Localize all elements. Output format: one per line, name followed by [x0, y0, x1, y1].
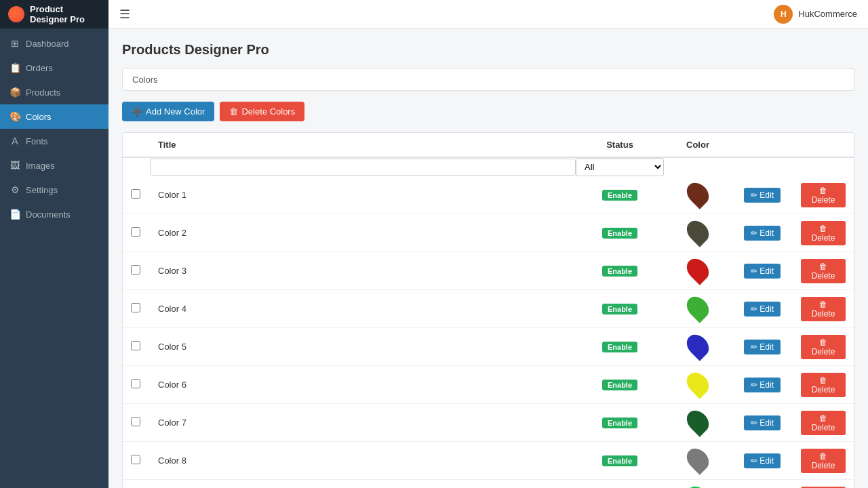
sidebar-item-settings[interactable]: ⚙Settings: [0, 178, 108, 202]
col-header-color: Color: [664, 133, 732, 157]
row-edit-cell: ✏ Edit: [732, 252, 793, 290]
colors-table: Title Status Color: [123, 133, 854, 488]
delete-button[interactable]: 🗑 Delete: [801, 449, 846, 473]
row-check-cell: [123, 404, 150, 442]
row-title: Color 1: [150, 176, 576, 214]
row-title: Color 5: [150, 328, 576, 366]
table-row: Color 7 Enable ✏ Edit 🗑 Delete: [123, 404, 854, 442]
sidebar-label-documents: Documents: [26, 209, 71, 220]
add-color-button[interactable]: ➕ Add New Color: [122, 102, 214, 121]
app-title: Product Designer Pro: [30, 4, 100, 24]
row-checkbox[interactable]: [131, 303, 140, 312]
edit-button[interactable]: ✏ Edit: [744, 264, 781, 279]
sidebar-item-products[interactable]: 📦Products: [0, 80, 108, 104]
row-check-cell: [123, 328, 150, 366]
sidebar-item-fonts[interactable]: AFonts: [0, 129, 108, 153]
delete-button[interactable]: 🗑 Delete: [801, 297, 846, 321]
edit-button[interactable]: ✏ Edit: [744, 340, 781, 354]
sidebar: Product Designer Pro ⊞Dashboard📋Orders📦P…: [0, 0, 108, 488]
table-body: Color 1 Enable ✏ Edit 🗑 Delete Color 2 E…: [123, 176, 854, 488]
row-status: Enable: [576, 252, 664, 290]
page-title: Products Designer Pro: [122, 42, 854, 58]
row-color-cell: [664, 366, 732, 404]
sidebar-nav: ⊞Dashboard📋Orders📦Products🎨ColorsAFonts🖼…: [0, 28, 108, 488]
documents-icon: 📄: [9, 209, 20, 220]
delete-label: Delete Colors: [241, 106, 295, 117]
edit-button[interactable]: ✏ Edit: [744, 378, 781, 392]
filter-row: All Enable Disable: [123, 157, 854, 176]
sidebar-header: Product Designer Pro: [0, 0, 108, 28]
row-checkbox[interactable]: [131, 455, 140, 464]
sidebar-item-colors[interactable]: 🎨Colors: [0, 104, 108, 129]
colors-icon: 🎨: [9, 111, 20, 122]
row-edit-cell: ✏ Edit: [732, 480, 793, 489]
row-color-cell: [664, 290, 732, 328]
app-logo: [8, 6, 24, 22]
row-status: Enable: [576, 328, 664, 366]
color-swatch: [682, 178, 713, 209]
status-filter-select[interactable]: All Enable Disable: [576, 158, 664, 176]
row-delete-cell: 🗑 Delete: [793, 176, 854, 214]
plus-icon: ➕: [132, 106, 142, 117]
row-title: Color 3: [150, 252, 576, 290]
delete-button[interactable]: 🗑 Delete: [801, 335, 846, 359]
status-badge: Enable: [602, 190, 637, 201]
table-row: Color 4 Enable ✏ Edit 🗑 Delete: [123, 290, 854, 328]
row-color-cell: [664, 480, 732, 489]
hamburger-icon[interactable]: ☰: [119, 7, 130, 22]
row-color-cell: [664, 328, 732, 366]
sidebar-item-images[interactable]: 🖼Images: [0, 153, 108, 178]
delete-button[interactable]: 🗑 Delete: [801, 373, 846, 397]
row-check-cell: [123, 252, 150, 290]
row-edit-cell: ✏ Edit: [732, 366, 793, 404]
sidebar-label-orders: Orders: [26, 63, 53, 73]
row-check-cell: [123, 290, 150, 328]
delete-button[interactable]: 🗑 Delete: [801, 259, 846, 283]
row-delete-cell: 🗑 Delete: [793, 214, 854, 252]
sidebar-item-documents[interactable]: 📄Documents: [0, 202, 108, 226]
edit-button[interactable]: ✏ Edit: [744, 226, 781, 241]
table-row: Color 2 Enable ✏ Edit 🗑 Delete: [123, 214, 854, 252]
delete-button[interactable]: 🗑 Delete: [801, 183, 846, 207]
row-color-cell: [664, 404, 732, 442]
status-badge: Enable: [602, 342, 637, 352]
row-checkbox[interactable]: [131, 341, 140, 350]
row-color-cell: [664, 176, 732, 214]
row-check-cell: [123, 480, 150, 489]
row-checkbox[interactable]: [131, 189, 140, 199]
edit-button[interactable]: ✏ Edit: [744, 453, 781, 468]
edit-button[interactable]: ✏ Edit: [744, 188, 781, 203]
title-filter-input[interactable]: [150, 159, 576, 176]
row-delete-cell: 🗑 Delete: [793, 252, 854, 290]
row-delete-cell: 🗑 Delete: [793, 290, 854, 328]
sidebar-item-dashboard[interactable]: ⊞Dashboard: [0, 31, 108, 56]
row-color-cell: [664, 442, 732, 480]
status-badge: Enable: [602, 228, 637, 239]
status-badge: Enable: [602, 304, 637, 314]
row-edit-cell: ✏ Edit: [732, 442, 793, 480]
sidebar-item-orders[interactable]: 📋Orders: [0, 56, 108, 80]
edit-button[interactable]: ✏ Edit: [744, 415, 781, 430]
color-swatch: [682, 216, 713, 247]
row-title: Color 8: [150, 442, 576, 480]
color-swatch: [682, 368, 713, 399]
edit-button[interactable]: ✏ Edit: [744, 302, 781, 317]
delete-colors-button[interactable]: 🗑 Delete Colors: [220, 102, 304, 121]
row-edit-cell: ✏ Edit: [732, 328, 793, 366]
delete-button[interactable]: 🗑 Delete: [801, 411, 846, 435]
action-bar: ➕ Add New Color 🗑 Delete Colors: [122, 102, 854, 121]
row-checkbox[interactable]: [131, 265, 140, 274]
color-swatch: [682, 444, 713, 474]
content-area: Products Designer Pro Colors ➕ Add New C…: [108, 28, 868, 488]
row-delete-cell: 🗑 Delete: [793, 366, 854, 404]
row-status: Enable: [576, 404, 664, 442]
table-row: Color 5 Enable ✏ Edit 🗑 Delete: [123, 328, 854, 366]
row-title: Color 7: [150, 404, 576, 442]
row-checkbox[interactable]: [131, 379, 140, 388]
row-check-cell: [123, 366, 150, 404]
row-checkbox[interactable]: [131, 227, 140, 237]
row-status: Enable: [576, 366, 664, 404]
row-color-cell: [664, 214, 732, 252]
row-checkbox[interactable]: [131, 417, 140, 426]
delete-button[interactable]: 🗑 Delete: [801, 221, 846, 245]
